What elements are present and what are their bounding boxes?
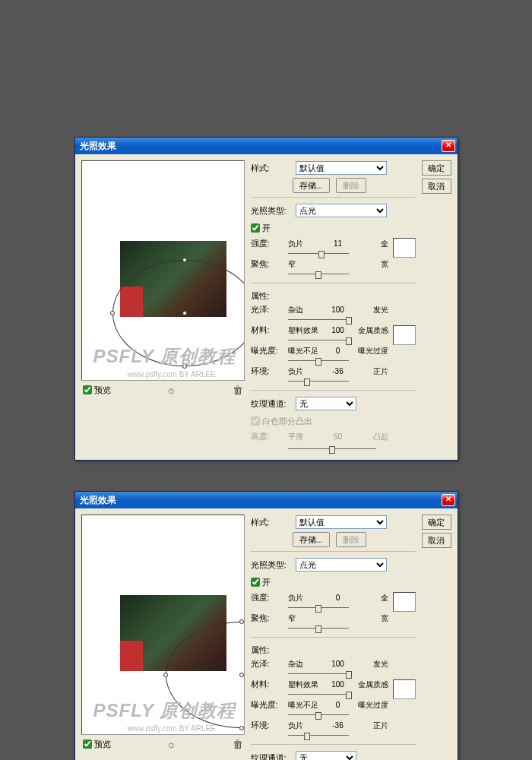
slider-right-label: 曝光过度 xyxy=(352,700,388,711)
slider-right-label: 正片 xyxy=(352,720,388,731)
slider-value: -36 xyxy=(328,721,349,730)
slider-track[interactable] xyxy=(288,377,349,386)
ambient-color-swatch[interactable] xyxy=(393,679,416,699)
titlebar[interactable]: 光照效果 ✕ xyxy=(75,138,458,154)
delete-button: 删除 xyxy=(336,532,366,547)
slider-label: 高度: xyxy=(251,431,285,442)
trash-icon[interactable]: 🗑 xyxy=(233,384,243,396)
watermark: PSFLY 原创教程 xyxy=(93,344,236,369)
lightbulb-icon[interactable]: ☼ xyxy=(166,738,176,750)
slider-label: 光泽: xyxy=(251,658,285,670)
light-type-select[interactable]: 点光 xyxy=(296,558,387,572)
trash-icon[interactable]: 🗑 xyxy=(233,738,243,750)
slider-track xyxy=(288,445,376,454)
light-on-checkbox[interactable]: 开 xyxy=(251,577,271,588)
preview-canvas[interactable]: PSFLY 原创教程 www.psfly.com BY ARLEE xyxy=(81,160,245,381)
slider-right-label: 正片 xyxy=(352,366,388,377)
cancel-button[interactable]: 取消 xyxy=(422,179,451,194)
slider-value: 100 xyxy=(328,660,349,668)
slider-left-label: 杂边 xyxy=(288,659,325,670)
style-select[interactable]: 默认值 xyxy=(296,515,387,529)
slider-right-label: 宽 xyxy=(352,613,388,624)
slider-track[interactable] xyxy=(288,731,349,740)
lighting-effects-dialog: 光照效果 ✕ PSFLY 原创教程 www.psfly.com BY ARLEE xyxy=(74,137,458,461)
slider-value: 0 xyxy=(328,701,349,709)
light-color-swatch[interactable] xyxy=(393,238,416,258)
slider-value: 50 xyxy=(328,432,349,441)
slider-value: 0 xyxy=(328,594,349,602)
slider-right-label: 全 xyxy=(352,593,388,603)
texture-channel-select[interactable]: 无 xyxy=(296,751,356,760)
slider-label: 聚焦: xyxy=(251,613,285,624)
slider-label: 强度: xyxy=(251,592,285,603)
light-type-select[interactable]: 点光 xyxy=(296,204,387,217)
slider-track[interactable] xyxy=(288,270,349,279)
slider-label: 材料: xyxy=(251,679,285,690)
slider-track[interactable] xyxy=(288,356,349,366)
slider-right-label: 凸起 xyxy=(352,432,388,442)
ok-button[interactable]: 确定 xyxy=(422,515,451,530)
ambient-color-swatch[interactable] xyxy=(393,325,416,345)
watermark: PSFLY 原创教程 xyxy=(93,698,236,723)
slider-left-label: 塑料效果 xyxy=(288,679,325,690)
dialog-title: 光照效果 xyxy=(80,140,442,153)
white-high-checkbox: 白色部分凸出 xyxy=(251,416,312,427)
texture-channel-select[interactable]: 无 xyxy=(296,397,356,410)
slider-right-label: 发光 xyxy=(352,305,388,315)
slider-label: 曝光度: xyxy=(251,345,285,356)
lightbulb-icon[interactable]: ☼ xyxy=(166,384,176,396)
slider-left-label: 窄 xyxy=(288,259,325,270)
properties-label: 属性: xyxy=(251,644,416,656)
slider-label: 环境: xyxy=(251,720,285,731)
slider-label: 材料: xyxy=(251,325,285,336)
properties-label: 属性: xyxy=(251,290,416,302)
slider-value: 100 xyxy=(328,306,349,314)
slider-right-label: 宽 xyxy=(352,259,388,270)
slider-left-label: 杂边 xyxy=(288,305,325,315)
slider-label: 光泽: xyxy=(251,304,285,315)
slider-left-label: 负片 xyxy=(288,593,325,603)
light-on-checkbox[interactable]: 开 xyxy=(251,223,271,234)
slider-track[interactable] xyxy=(288,249,349,258)
slider-label: 环境: xyxy=(251,366,285,377)
slider-value: 100 xyxy=(328,680,349,689)
slider-track[interactable] xyxy=(288,624,349,633)
save-button[interactable]: 存储... xyxy=(293,532,330,547)
slider-right-label: 金属质感 xyxy=(352,325,388,336)
slider-track[interactable] xyxy=(288,670,349,679)
slider-track[interactable] xyxy=(288,603,349,613)
delete-button: 删除 xyxy=(336,178,366,193)
watermark-sub: www.psfly.com BY ARLEE xyxy=(128,370,216,378)
slider-left-label: 负片 xyxy=(288,239,325,249)
save-button[interactable]: 存储... xyxy=(293,178,330,193)
close-icon[interactable]: ✕ xyxy=(442,494,455,506)
slider-right-label: 全 xyxy=(352,239,388,249)
watermark-sub: www.psfly.com BY ARLEE xyxy=(128,724,216,733)
slider-left-label: 平滑 xyxy=(288,432,325,442)
preview-checkbox[interactable]: 预览 xyxy=(83,739,111,750)
slider-track[interactable] xyxy=(288,336,349,345)
texture-channel-label: 纹理通道: xyxy=(251,398,293,410)
slider-value: 100 xyxy=(328,326,349,334)
close-icon[interactable]: ✕ xyxy=(442,140,455,152)
titlebar[interactable]: 光照效果 ✕ xyxy=(75,492,458,508)
slider-track[interactable] xyxy=(288,711,349,720)
preview-checkbox[interactable]: 预览 xyxy=(83,385,111,396)
slider-label: 强度: xyxy=(251,238,285,249)
slider-track[interactable] xyxy=(288,315,349,325)
slider-track[interactable] xyxy=(288,690,349,699)
light-type-label: 光照类型: xyxy=(251,559,293,571)
style-label: 样式: xyxy=(251,163,293,174)
dialog-title: 光照效果 xyxy=(80,494,442,507)
slider-left-label: 窄 xyxy=(288,613,325,624)
slider-right-label: 曝光过度 xyxy=(352,346,388,356)
light-color-swatch[interactable] xyxy=(393,592,416,612)
cancel-button[interactable]: 取消 xyxy=(422,533,451,548)
style-select[interactable]: 默认值 xyxy=(296,161,387,175)
slider-value: -36 xyxy=(328,367,349,375)
light-type-label: 光照类型: xyxy=(251,205,293,217)
ok-button[interactable]: 确定 xyxy=(422,160,451,176)
preview-canvas[interactable]: PSFLY 原创教程 www.psfly.com BY ARLEE xyxy=(81,515,245,735)
slider-value: 11 xyxy=(328,239,349,248)
slider-left-label: 曝光不足 xyxy=(288,700,325,711)
